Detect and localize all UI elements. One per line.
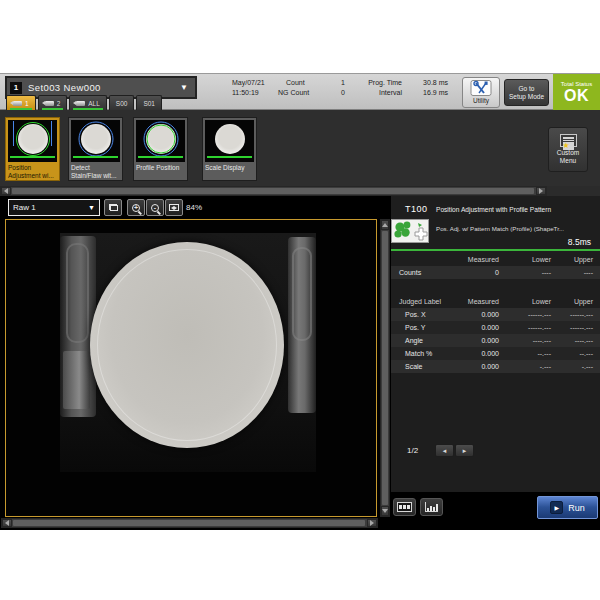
- table-row: Match % 0.000 --.--- --.---: [391, 347, 600, 360]
- scroll-left-button[interactable]: [2, 519, 12, 527]
- inspected-dish: [90, 242, 284, 448]
- camera-photo: [60, 233, 316, 472]
- setup-label-line1: Go to: [519, 85, 535, 93]
- tab-s01[interactable]: S01: [136, 95, 162, 111]
- thumbnail-position-adjustment[interactable]: PositionAdjustment wi...: [5, 117, 60, 181]
- zoom-in-button[interactable]: +: [127, 199, 145, 216]
- zoom-out-icon: -: [151, 204, 159, 212]
- tab-label: 2: [57, 100, 61, 107]
- green-baseline-overlay: [207, 156, 252, 158]
- play-icon: ▶: [550, 501, 563, 514]
- chevron-down-icon: ▼: [180, 83, 188, 92]
- interval-value: 16.9 ms: [404, 89, 448, 96]
- scrollbar-thumb[interactable]: [382, 231, 388, 505]
- thumbnail-label: DetectStain/Flaw wit...: [71, 164, 122, 180]
- camera-image-viewport[interactable]: [5, 219, 377, 517]
- fit-to-screen-button[interactable]: [165, 199, 183, 216]
- custom-menu-button[interactable]: ★ Custom Menu: [548, 127, 588, 172]
- bar-chart-icon: [425, 502, 438, 512]
- tab-s00[interactable]: S00: [109, 95, 135, 111]
- thumbnail-image: [205, 120, 254, 162]
- ng-count-value: 0: [328, 89, 345, 96]
- position-display-button[interactable]: [104, 199, 122, 216]
- thumbnail-detect-stain-flaw[interactable]: DetectStain/Flaw wit...: [68, 117, 123, 181]
- main-area: Raw 1 ▼ + - 84%: [0, 196, 600, 530]
- camera-icon: [76, 101, 85, 106]
- judged-table-header: Judged Label Measured Lower Upper: [391, 295, 600, 308]
- viewport-horizontal-scrollbar[interactable]: [1, 518, 378, 528]
- scrollbar-thumb[interactable]: [13, 520, 365, 526]
- tab-camera-all[interactable]: ALL: [69, 95, 107, 111]
- statistics-button[interactable]: [420, 498, 443, 516]
- utility-button[interactable]: Utility: [462, 77, 500, 108]
- display-capture-button[interactable]: [393, 498, 416, 516]
- tool-result-panel: T100 Position Adjustment with Profile Pa…: [391, 196, 600, 492]
- thumbnail-image: [8, 120, 57, 162]
- scrollbar-thumb[interactable]: [12, 188, 534, 194]
- go-to-setup-mode-button[interactable]: Go to Setup Mode: [504, 79, 549, 106]
- blue-guide-line: [13, 121, 14, 146]
- tool-title: Position Adjustment with Profile Pattern: [436, 206, 598, 213]
- preset-badge: 1: [10, 82, 22, 94]
- count-value: 1: [328, 79, 345, 86]
- run-button[interactable]: ▶ Run: [537, 496, 598, 519]
- blue-guide-line: [51, 121, 52, 146]
- tool-subtitle: Pos. Adj. w/ Pattern Match (Profile) (Sh…: [436, 225, 598, 232]
- scroll-right-button[interactable]: [367, 519, 377, 527]
- total-status-value: OK: [564, 88, 589, 104]
- scroll-down-button[interactable]: [381, 506, 389, 516]
- green-circle-overlay: [16, 122, 50, 156]
- tool-thumbnail-row: PositionAdjustment wi... DetectStain/Fla…: [0, 110, 600, 186]
- tab-label: ALL: [88, 100, 100, 107]
- arrow-right-icon: ►: [462, 448, 468, 454]
- prog-time-label: Prog. Time: [350, 79, 402, 86]
- interval-label: Interval: [350, 89, 402, 96]
- tab-camera-2[interactable]: 2: [38, 95, 68, 111]
- custom-menu-label-line1: Custom: [557, 149, 579, 157]
- prog-time-value: 30.8 ms: [404, 79, 448, 86]
- custom-menu-label-line2: Menu: [560, 157, 576, 165]
- thumbnail-scrollbar[interactable]: [0, 186, 547, 196]
- page-prev-button[interactable]: ◄: [435, 444, 454, 457]
- custom-menu-icon: ★: [560, 134, 577, 147]
- header-bar: 1 Set003 New000 ▼ 1 2 ALL S00: [0, 73, 600, 110]
- table-row: Pos. Y 0.000 ------.--- ------.---: [391, 321, 600, 334]
- counts-table-header: Measured Lower Upper: [391, 253, 600, 266]
- ng-count-label: NG Count: [278, 89, 309, 96]
- fixture-clamp-right: [288, 237, 316, 413]
- green-baseline-overlay: [73, 156, 118, 158]
- viewport-vertical-scrollbar[interactable]: [380, 219, 390, 517]
- scroll-left-button[interactable]: [1, 187, 11, 195]
- thumbnail-image: [71, 120, 120, 162]
- green-divider: [391, 249, 600, 251]
- run-date: May/07/21: [232, 79, 265, 86]
- green-circle-overlay: [146, 125, 175, 154]
- preset-name: Set003 New000: [28, 82, 101, 93]
- image-source-value: Raw 1: [13, 203, 36, 212]
- image-source-select[interactable]: Raw 1 ▼: [8, 199, 100, 216]
- thumbnail-image: [136, 120, 185, 162]
- tab-label: 1: [25, 100, 29, 107]
- scroll-right-button[interactable]: [536, 187, 546, 195]
- overlap-rectangles-icon: [109, 204, 118, 211]
- fit-screen-icon: [169, 204, 179, 211]
- table-row: Pos. X 0.000 ------.--- ------.---: [391, 308, 600, 321]
- execution-time: 8.5ms: [391, 237, 591, 247]
- zoom-out-button[interactable]: -: [146, 199, 164, 216]
- total-status-badge: Total Status OK: [553, 74, 600, 111]
- thumbnail-profile-position[interactable]: Profile Position: [133, 117, 188, 181]
- tab-camera-1[interactable]: 1: [6, 95, 36, 111]
- thumbnail-label: Scale Display: [205, 164, 256, 172]
- zoom-percent: 84%: [186, 203, 202, 212]
- page-next-button[interactable]: ►: [455, 444, 474, 457]
- camera-tab-bar: 1 2 ALL S00 S01: [6, 95, 162, 111]
- camera-icon: [13, 101, 22, 106]
- thumbnail-label: Profile Position: [136, 164, 187, 172]
- camera-icon: [45, 101, 54, 106]
- scroll-up-button[interactable]: [381, 220, 389, 230]
- thumbnail-scale-display[interactable]: Scale Display: [202, 117, 257, 181]
- arrow-left-icon: ◄: [442, 448, 448, 454]
- star-icon: ★: [563, 142, 574, 150]
- tab-label: S00: [116, 100, 128, 107]
- dish-preview: [215, 124, 245, 154]
